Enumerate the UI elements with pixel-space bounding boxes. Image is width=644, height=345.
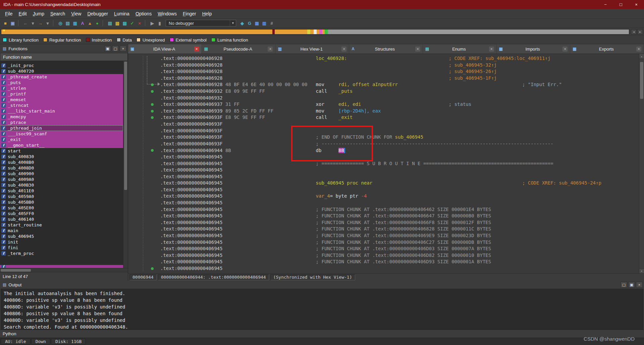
disasm-line[interactable]: .text:0000000000406945 ; FUNCTION CHUNK …	[128, 232, 644, 239]
disasm-line[interactable]: .text:0000000000406945	[128, 167, 644, 174]
tab-hex-view-1[interactable]: ▥Hex View-1×	[275, 44, 349, 54]
tab-close-button[interactable]: ×	[636, 47, 641, 52]
disasm-line[interactable]: .text:000000000040693F ; END OF FUNCTION…	[128, 134, 644, 141]
function-row[interactable]: f	[0, 265, 123, 268]
function-row-main[interactable]: fmain	[0, 228, 123, 233]
pause-process-button[interactable]: ▮	[156, 20, 163, 26]
tab-ida-view-a[interactable]: ▣IDA View-A×	[128, 44, 202, 54]
function-row-memcpy[interactable]: f_memcpy	[0, 114, 123, 120]
function-row-isoc99-scanf[interactable]: f___isoc99_scanf	[0, 131, 123, 137]
functions-close-button[interactable]: ×	[120, 46, 126, 52]
disasm-line[interactable]: .text:0000000000406945 ; FUNCTION CHUNK …	[128, 226, 644, 232]
output-close-button[interactable]: ×	[636, 282, 643, 288]
function-row-sub-400720[interactable]: fsub_400720	[0, 68, 123, 74]
function-row-pthread-create[interactable]: f_pthread_create	[0, 74, 123, 80]
step-over-button[interactable]: ▥	[261, 20, 268, 26]
segments-view-button[interactable]: ▧	[114, 20, 121, 26]
disasm-line[interactable]: .text:0000000000406932	[128, 95, 644, 101]
disasm-line[interactable]: .text:0000000000406928 ; sub_406945-26↑j	[128, 68, 644, 75]
disasm-line[interactable]: .text:0000000000406939 89 85 2C FD FF FF…	[128, 108, 644, 115]
functions-hscrollbar[interactable]	[0, 268, 128, 272]
names-window-button[interactable]: A	[79, 20, 86, 26]
output-float-button[interactable]: ▣	[628, 282, 635, 288]
functions-scrollbar-thumb[interactable]	[124, 62, 127, 190]
function-row-strncat[interactable]: f_strncat	[0, 102, 123, 108]
navband-segment[interactable]	[328, 29, 629, 34]
functions-restore-button[interactable]: ▣	[104, 46, 111, 52]
navband-segment[interactable]	[322, 29, 325, 34]
tab-close-button[interactable]: ×	[415, 47, 420, 52]
menu-help[interactable]: Help	[199, 10, 215, 18]
function-row-puts[interactable]: f_puts	[0, 80, 123, 85]
jump-back-button[interactable]: ←	[22, 20, 29, 26]
functions-float-button[interactable]: ▢	[112, 46, 119, 52]
disasm-line[interactable]: .text:0000000000406928 ; sub_406945-1F↑j	[128, 75, 644, 82]
tab-close-button[interactable]: ×	[268, 47, 273, 52]
function-row-gmon-start[interactable]: f__gmon_start__	[0, 142, 123, 148]
disasm-line[interactable]: .text:0000000000406945 ; FUNCTION CHUNK …	[128, 239, 644, 246]
navband-segment[interactable]	[310, 29, 313, 34]
disasm-line[interactable]: .text:0000000000406945 ; FUNCTION CHUNK …	[128, 213, 644, 219]
disassembly-view[interactable]: .text:0000000000406928 loc_406928: ; COD…	[128, 54, 644, 273]
disasm-line[interactable]: .text:0000000000406937 31 FF xor edi, ed…	[128, 101, 644, 108]
function-row-exit[interactable]: f_exit	[0, 137, 123, 142]
attach-process-button[interactable]: #	[268, 20, 275, 26]
disasm-line[interactable]: .text:0000000000406945	[128, 154, 644, 160]
scroll-up-icon[interactable]: ▴	[639, 54, 644, 59]
function-row-sub-4059a0[interactable]: fsub_4059A0	[0, 194, 123, 199]
menu-debugger[interactable]: Debugger	[84, 10, 111, 18]
disasm-line[interactable]: .text:0000000000406945	[128, 265, 644, 272]
menu-edit[interactable]: Edit	[16, 10, 30, 18]
navband-segment[interactable]	[319, 29, 322, 34]
jump-target-button[interactable]: ◎	[57, 20, 64, 26]
disasm-line[interactable]: .text:000000000040693F E8 9C 9E FF FF ca…	[128, 114, 644, 121]
disasm-line[interactable]: .text:0000000000406945 ; FUNCTION CHUNK …	[128, 252, 644, 259]
menu-windows[interactable]: Windows	[155, 10, 180, 18]
python-bar[interactable]: Python	[0, 330, 644, 338]
function-row-sub-405e00[interactable]: fsub_405E00	[0, 205, 123, 211]
jump-forward-button[interactable]: →	[37, 20, 44, 26]
function-name-column-header[interactable]: Function name	[0, 53, 128, 61]
menu-finger[interactable]: Finger	[180, 10, 199, 18]
menu-jump[interactable]: Jump	[30, 10, 47, 18]
tab-imports[interactable]: ▦Imports×	[497, 44, 571, 54]
run-to-cursor-button[interactable]: G	[246, 20, 253, 26]
function-row-memset[interactable]: f_memset	[0, 97, 123, 102]
minimize-button[interactable]: −	[598, 0, 613, 9]
save-file-button[interactable]: ▣	[9, 20, 16, 26]
disasm-line[interactable]: .text:0000000000406945 ; FUNCTION CHUNK …	[128, 246, 644, 252]
jump-forward-menu-button[interactable]: ▾	[44, 20, 51, 26]
set-colors-button[interactable]: ▲	[87, 20, 93, 26]
signatures-view-button[interactable]: ▨	[121, 20, 128, 26]
disasm-line[interactable]: .text:0000000000406928 loc_406928: ; COD…	[128, 55, 644, 62]
navband-segment[interactable]	[314, 29, 317, 34]
cancel-action-button[interactable]: ×	[136, 20, 143, 26]
start-process-button[interactable]: ▶	[149, 20, 156, 26]
function-row-sub-4011e0[interactable]: fsub_4011E0	[0, 188, 123, 194]
function-row-strlen[interactable]: f_strlen	[0, 85, 123, 91]
navband-scroll-left-button[interactable]: ◂	[631, 29, 637, 34]
disasm-line[interactable]: .text:0000000000406945 ; FUNCTION CHUNK …	[128, 206, 644, 213]
debugger-setup-button[interactable]: ◈	[239, 20, 246, 26]
function-row-libc-start-main[interactable]: f___libc_start_main	[0, 108, 123, 114]
tab-close-button[interactable]: ×	[194, 47, 199, 52]
functions-hscrollbar-thumb[interactable]	[1, 269, 31, 272]
navband-scroll-right-button[interactable]: ▸	[637, 29, 643, 34]
tab-structures[interactable]: AStructures×	[349, 44, 423, 54]
stack-view-button[interactable]: ▤	[107, 20, 113, 26]
disasm-line[interactable]: .text:0000000000406945 sub_406945 proc n…	[128, 180, 644, 187]
function-row-printf[interactable]: f_printf	[0, 91, 123, 97]
disasm-line[interactable]: .text:0000000000406945	[128, 187, 644, 193]
disasm-line[interactable]: .text:0000000000406945 var_4= byte ptr -…	[128, 193, 644, 200]
function-row-sub-400b30[interactable]: fsub_400B30	[0, 182, 123, 188]
function-row-ptrace[interactable]: f_ptrace	[0, 120, 123, 125]
function-row-sub-405ff0[interactable]: fsub_405FF0	[0, 211, 123, 216]
breakpoint-button[interactable]: ●	[94, 20, 101, 26]
function-row-pthread-join[interactable]: f_pthread_join	[0, 125, 123, 131]
tab-exports[interactable]: ▦Exports×	[570, 44, 644, 54]
debugger-select[interactable]: No debugger ▼	[166, 20, 236, 26]
menu-view[interactable]: View	[68, 10, 84, 18]
tab-close-button[interactable]: ×	[562, 47, 568, 52]
disasm-line[interactable]: .text:0000000000406944 8B db 8B	[128, 147, 644, 154]
navband-segment[interactable]	[325, 29, 327, 34]
